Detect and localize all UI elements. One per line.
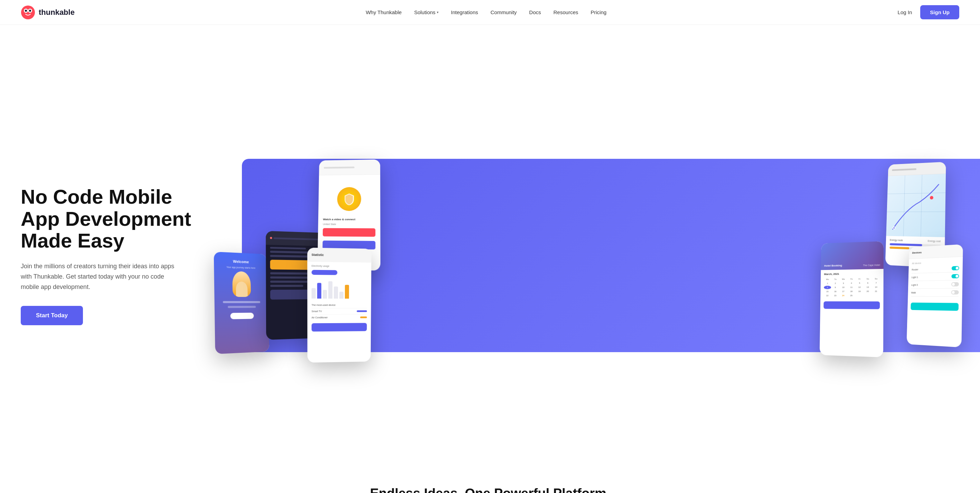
nav-link-docs[interactable]: Docs <box>529 10 541 15</box>
phones-container: Welcome Your app journey starts here <box>200 152 959 366</box>
phone-mockup-5: Hotel Booking The Cape Hotel March, 2021… <box>820 241 884 357</box>
hero-subtitle: Join the millions of creators turning th… <box>21 262 180 292</box>
nav-link-pricing[interactable]: Pricing <box>590 10 606 15</box>
logo-icon <box>21 5 35 20</box>
phone-mockup-1: Welcome Your app journey starts here <box>214 252 269 354</box>
nav-actions: Log In Sign Up <box>898 5 959 19</box>
nav-item-docs[interactable]: Docs <box>529 10 541 16</box>
logo-text: thunkable <box>39 8 75 17</box>
nav-item-pricing[interactable]: Pricing <box>590 10 606 16</box>
nav-link-integrations[interactable]: Integrations <box>451 10 478 15</box>
signup-button[interactable]: Sign Up <box>920 5 959 19</box>
hero-title: No Code Mobile App Development Made Easy <box>21 186 200 252</box>
svg-point-3 <box>25 10 27 12</box>
nav-item-resources[interactable]: Resources <box>554 10 579 16</box>
logo-link[interactable]: thunkable <box>21 5 75 20</box>
tagline-section: Endless Ideas. One Powerful Platform. <box>0 465 980 493</box>
nav-link-solutions[interactable]: Solutions ▾ <box>414 10 439 15</box>
nav-link-community[interactable]: Community <box>490 10 517 15</box>
svg-point-4 <box>29 10 31 12</box>
nav-item-integrations[interactable]: Integrations <box>451 10 478 16</box>
login-link[interactable]: Log In <box>898 10 912 15</box>
start-today-button[interactable]: Start Today <box>21 306 83 325</box>
nav-item-community[interactable]: Community <box>490 10 517 16</box>
hero-content: No Code Mobile App Development Made Easy… <box>21 186 214 325</box>
shield-icon <box>344 193 354 205</box>
phone-mockup-7: Devices All device Router Light 1 Light … <box>907 244 963 347</box>
phone-mockup-4: Statistic Electricity usage The most-use… <box>307 247 371 363</box>
svg-point-0 <box>21 6 35 19</box>
nav-links: Why Thunkable Solutions ▾ Integrations C… <box>366 10 606 16</box>
nav-item-solutions[interactable]: Solutions ▾ <box>414 10 439 15</box>
nav-link-resources[interactable]: Resources <box>554 10 579 15</box>
hero-visual: Welcome Your app journey starts here <box>221 159 959 352</box>
nav-link-why-thunkable[interactable]: Why Thunkable <box>366 10 401 15</box>
nav-item-why-thunkable[interactable]: Why Thunkable <box>366 10 401 16</box>
navbar: thunkable Why Thunkable Solutions ▾ Inte… <box>0 0 980 25</box>
tagline-text: Endless Ideas. One Powerful Platform. <box>7 486 973 493</box>
chevron-down-icon: ▾ <box>437 10 439 14</box>
hero-section: No Code Mobile App Development Made Easy… <box>0 25 980 465</box>
